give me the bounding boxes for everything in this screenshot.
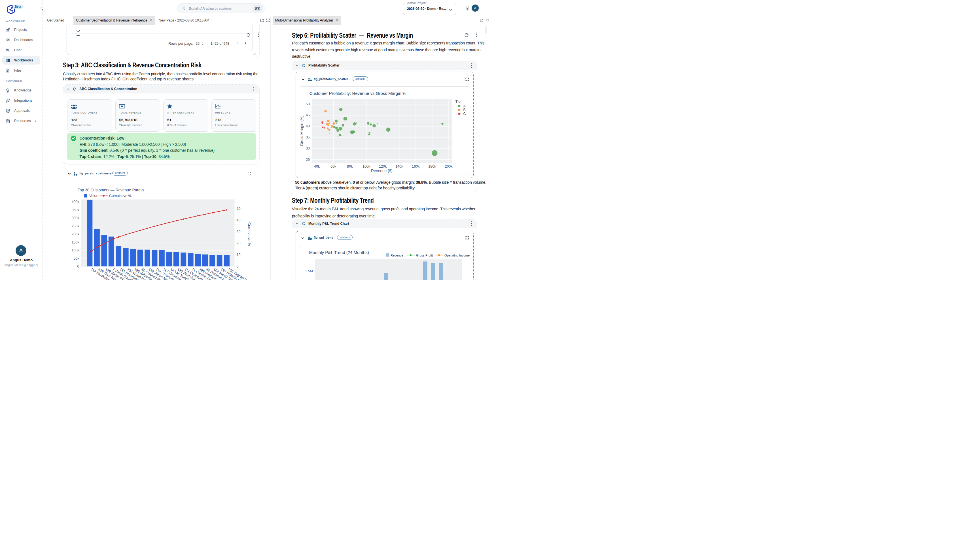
svg-text:40k: 40k [314, 165, 320, 168]
svg-text:350k: 350k [72, 208, 79, 212]
svg-text:30: 30 [306, 147, 309, 150]
svg-text:300k: 300k [72, 216, 79, 220]
svg-text:1.5M: 1.5M [305, 269, 313, 273]
svg-text:25: 25 [306, 158, 309, 162]
svg-text:Operating Income: Operating Income [445, 253, 470, 257]
svg-text:0: 0 [236, 265, 238, 268]
svg-text:120k: 120k [379, 165, 387, 168]
svg-text:180k: 180k [428, 165, 436, 168]
svg-text:200k: 200k [445, 165, 453, 168]
svg-text:Gross Profit: Gross Profit [416, 253, 433, 257]
svg-text:100k: 100k [72, 248, 79, 252]
svg-text:40: 40 [236, 218, 240, 222]
svg-text:C: C [463, 112, 466, 116]
svg-text:10: 10 [236, 253, 240, 257]
svg-text:30: 30 [236, 230, 240, 233]
svg-text:250k: 250k [72, 224, 79, 228]
svg-text:60k: 60k [331, 165, 336, 168]
svg-text:40: 40 [306, 124, 309, 128]
svg-text:Cumulative %: Cumulative % [109, 193, 132, 198]
svg-text:A: A [463, 104, 466, 108]
svg-text:140k: 140k [395, 165, 403, 168]
svg-text:80k: 80k [347, 165, 353, 168]
svg-text:200k: 200k [72, 232, 79, 236]
svg-text:Monthly P&L Trend (24 Months): Monthly P&L Trend (24 Months) [309, 250, 369, 255]
svg-text:45: 45 [306, 113, 309, 117]
svg-text:Top 30 Customers — Revenue Par: Top 30 Customers — Revenue Pareto [78, 188, 144, 192]
svg-text:Cumulative %: Cumulative % [247, 222, 251, 246]
svg-text:Value: Value [89, 193, 99, 198]
svg-text:400k: 400k [72, 200, 79, 204]
svg-text:Revenue: Revenue [391, 253, 403, 257]
svg-text:Tier: Tier [455, 99, 462, 103]
svg-text:50: 50 [306, 102, 309, 106]
svg-text:Customer Profitability: Revenu: Customer Profitability: Revenue vs Gross… [309, 91, 406, 96]
svg-text:B: B [463, 108, 465, 112]
svg-text:50: 50 [236, 207, 240, 210]
svg-text:50k: 50k [74, 256, 79, 260]
svg-text:35: 35 [306, 135, 309, 139]
svg-text:Revenue ($): Revenue ($) [371, 169, 393, 173]
svg-text:100k: 100k [362, 165, 370, 168]
svg-text:20: 20 [236, 241, 240, 245]
svg-text:150k: 150k [72, 240, 79, 244]
svg-text:0: 0 [77, 265, 79, 268]
svg-text:160k: 160k [412, 165, 420, 168]
svg-text:Gross Margin (%): Gross Margin (%) [299, 115, 304, 146]
